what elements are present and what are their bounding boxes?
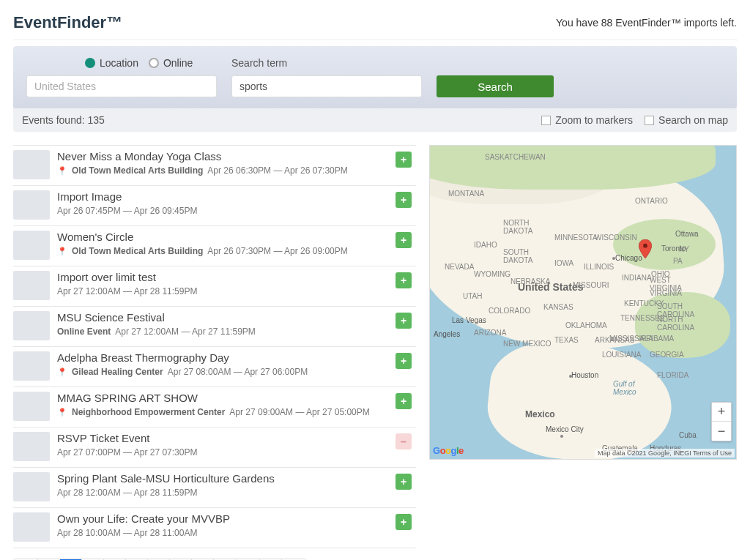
map-zoom-control: + − [711, 402, 732, 441]
map-marker[interactable] [639, 239, 652, 258]
event-venue: Online Event [57, 326, 111, 337]
event-title: Import over limit test [57, 271, 412, 283]
event-item[interactable]: Never Miss a Monday Yoga Class📍Old Town … [13, 145, 416, 186]
event-title: Spring Plant Sale-MSU Horticulture Garde… [57, 472, 412, 485]
add-event-button[interactable]: + [396, 232, 412, 248]
event-title: MSU Science Festival [57, 311, 412, 324]
event-title: Women's Circle [57, 231, 412, 243]
event-time: Apr 27 12:00AM — Apr 28 11:59PM [57, 286, 197, 296]
event-item[interactable]: RSVP Ticket EventApr 27 07:00PM — Apr 27… [13, 428, 416, 468]
pin-icon: 📍 [57, 408, 67, 417]
event-time: Apr 26 06:30PM — Apr 26 07:30PM [207, 165, 347, 176]
event-time: Apr 27 08:00AM — Apr 27 06:00PM [168, 367, 308, 377]
add-event-button[interactable]: + [396, 474, 412, 490]
event-title: Never Miss a Monday Yoga Class [57, 150, 412, 163]
event-item[interactable]: MSU Science FestivalOnline EventApr 27 1… [13, 307, 416, 347]
add-event-button[interactable]: + [396, 272, 412, 288]
brand-title: EventFinder™ [13, 13, 122, 32]
radio-location-label: Location [100, 57, 138, 69]
location-input[interactable] [26, 75, 217, 97]
event-item[interactable]: Adelpha Breast Thermography Day📍Gilead H… [13, 347, 416, 387]
event-time: Apr 27 09:00AM — Apr 27 05:00PM [229, 407, 369, 417]
event-thumbnail [13, 150, 50, 179]
event-time: Apr 27 12:00AM — Apr 27 11:59PM [115, 326, 255, 337]
map-attribution: Map data ©2021 Google, INEGI Terms of Us… [595, 449, 735, 458]
event-venue: Gilead Healing Center [72, 367, 163, 377]
event-title: Own your Life: Create your MVVBP [57, 512, 412, 525]
radio-dot-unchecked-icon [149, 58, 159, 68]
map[interactable]: United States Mexico Gulf ofMexico IDAHO… [429, 145, 737, 460]
checkbox-icon [541, 116, 551, 125]
zoom-out-button[interactable]: − [712, 422, 731, 441]
event-venue: Neighborhood Empowerment Center [72, 407, 225, 417]
event-item[interactable]: Import ImageApr 26 07:45PM — Apr 26 09:4… [13, 186, 416, 226]
map-label-gulf: Gulf ofMexico [613, 380, 636, 396]
event-title: MMAG SPRING ART SHOW [57, 392, 412, 404]
event-time: Apr 26 07:45PM — Apr 26 09:45PM [57, 206, 197, 216]
event-time: Apr 27 07:00PM — Apr 27 07:30PM [57, 447, 197, 458]
search-term-input[interactable] [231, 75, 422, 97]
event-time: Apr 28 10:00AM — Apr 28 11:00AM [57, 528, 197, 538]
event-item[interactable]: Women's Circle📍Old Town Medical Arts Bui… [13, 226, 416, 266]
add-event-button[interactable]: + [396, 313, 412, 329]
checkbox-icon [645, 116, 654, 125]
zoom-to-markers-checkbox[interactable]: Zoom to markers [541, 114, 633, 126]
radio-location[interactable]: Location [85, 57, 138, 69]
event-thumbnail [13, 392, 50, 421]
pin-icon: 📍 [57, 247, 67, 256]
search-on-map-checkbox[interactable]: Search on map [645, 114, 728, 126]
pin-icon: 📍 [57, 166, 67, 176]
event-item[interactable]: Spring Plant Sale-MSU Horticulture Garde… [13, 468, 416, 508]
radio-online-label: Online [163, 57, 193, 69]
event-thumbnail [13, 351, 50, 381]
event-item[interactable]: MMAG SPRING ART SHOW📍Neighborhood Empowe… [13, 387, 416, 428]
event-title: Adelpha Breast Thermography Day [57, 351, 412, 364]
add-event-button[interactable]: + [396, 192, 412, 208]
search-on-map-label: Search on map [658, 114, 728, 126]
event-thumbnail [13, 512, 50, 542]
add-event-button[interactable]: + [396, 393, 412, 409]
add-event-button[interactable]: + [396, 353, 412, 369]
event-title: Import Image [57, 190, 412, 203]
radio-online[interactable]: Online [149, 57, 193, 69]
event-thumbnail [13, 231, 50, 260]
radio-dot-checked-icon [85, 58, 95, 68]
event-title: RSVP Ticket Event [57, 432, 412, 444]
zoom-to-markers-label: Zoom to markers [555, 114, 633, 126]
svg-point-0 [643, 244, 647, 248]
map-label-mexico: Mexico [525, 409, 555, 419]
remove-event-button[interactable]: – [396, 433, 412, 449]
event-venue: Old Town Medical Arts Building [72, 165, 203, 176]
import-credits: You have 88 EventFinder™ imports left. [556, 17, 737, 29]
add-event-button[interactable]: + [396, 152, 412, 168]
event-thumbnail [13, 271, 50, 300]
event-time: Apr 28 12:00AM — Apr 28 11:59PM [57, 488, 197, 498]
pin-icon: 📍 [57, 367, 67, 377]
search-button[interactable]: Search [437, 75, 554, 97]
event-thumbnail [13, 432, 50, 461]
google-logo: Google [433, 445, 464, 456]
event-list: Never Miss a Monday Yoga Class📍Old Town … [13, 145, 416, 560]
event-thumbnail [13, 190, 50, 220]
search-term-label: Search term [231, 55, 422, 71]
event-thumbnail [13, 472, 50, 501]
event-time: Apr 26 07:30PM — Apr 26 09:00PM [207, 246, 347, 256]
event-venue: Old Town Medical Arts Building [72, 246, 203, 256]
event-item[interactable]: Own your Life: Create your MVVBPApr 28 1… [13, 508, 416, 548]
event-thumbnail [13, 311, 50, 340]
zoom-in-button[interactable]: + [712, 403, 731, 422]
search-panel: Location Online Search term Search [13, 46, 737, 109]
add-event-button[interactable]: + [396, 514, 412, 530]
event-item[interactable]: Import over limit testApr 27 12:00AM — A… [13, 266, 416, 307]
events-found: Events found: 135 [22, 114, 105, 126]
